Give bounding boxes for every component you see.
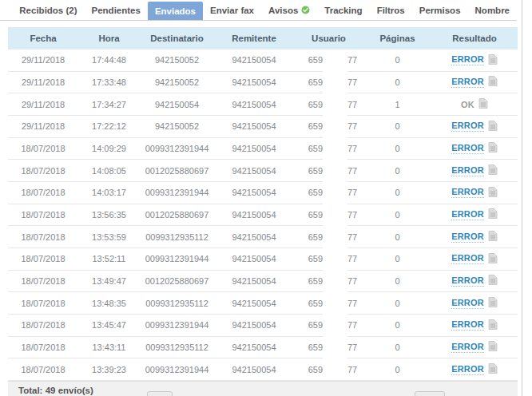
table-header-row: Fecha Hora Destinatario Remitente Usuari… [8,27,518,50]
tab-enviar-fax[interactable]: Enviar fax [203,0,261,20]
tab-enviados[interactable]: Enviados [148,2,203,20]
usuario-suffix: 77 [347,77,357,87]
tab-label: Nombre [475,6,510,15]
usuario-prefix: 659 [294,188,323,197]
tab-label: Enviados [155,6,196,16]
tab-nombre[interactable]: Nombre [468,0,517,20]
cell-hora: 17:33:48 [78,77,140,87]
tab-recibidos-2-[interactable]: Recibidos (2) [12,0,84,20]
tab-pendientes[interactable]: Pendientes [85,0,148,20]
cell-fecha: 18/07/2018 [8,188,78,197]
cell-destinatario: 0012025880697 [140,210,214,220]
cell-hora: 14:08:05 [78,166,140,176]
error-link[interactable]: ERROR [451,209,484,220]
document-icon[interactable] [488,142,498,154]
cell-remitente: 942150054 [214,276,294,286]
document-icon[interactable] [488,231,498,243]
cell-remitente: 942150054 [214,365,294,374]
document-icon[interactable] [488,275,498,287]
cell-resultado: ERROR [431,208,518,220]
error-link[interactable]: ERROR [451,319,484,331]
cell-remitente: 942150054 [214,144,294,153]
document-icon[interactable] [478,98,488,110]
error-link[interactable]: ERROR [451,298,484,309]
document-icon[interactable] [488,76,498,88]
error-link[interactable]: ERROR [451,54,484,65]
cell-hora: 13:45:47 [78,320,140,330]
pager-button-left[interactable] [147,391,173,396]
usuario-prefix: 659 [294,77,323,87]
cell-resultado: ERROR [431,363,518,375]
cell-hora: 13:43:11 [78,343,140,352]
usuario-suffix: 77 [347,254,357,263]
cell-fecha: 29/11/2018 [8,100,78,109]
table-row: 18/07/2018 13:43:11 0099312935112 942150… [8,337,518,359]
document-icon[interactable] [488,341,498,353]
document-icon[interactable] [488,121,498,133]
error-link[interactable]: ERROR [451,165,484,176]
document-icon[interactable] [488,319,498,331]
usuario-prefix: 659 [294,100,323,109]
cell-remitente: 942150054 [214,320,294,330]
usuario-prefix: 659 [294,320,323,330]
cell-resultado: ERROR [431,341,518,353]
cell-hora: 13:49:47 [78,276,140,286]
error-link[interactable]: ERROR [451,187,484,198]
tab-permisos[interactable]: Permisos [412,0,468,20]
usuario-suffix: 77 [347,343,357,352]
table-row: 29/11/2018 17:22:12 942150052 942150054 … [8,116,518,138]
tab-filtros[interactable]: Filtros [370,0,412,20]
cell-paginas: 0 [363,320,431,330]
document-icon[interactable] [488,253,498,265]
document-icon[interactable] [488,54,498,66]
error-link[interactable]: ERROR [451,143,484,154]
column-header: Resultado [431,34,518,43]
document-icon[interactable] [488,363,498,375]
tab-label: Filtros [377,6,405,15]
pager-button-right[interactable] [415,391,445,396]
error-link[interactable]: ERROR [451,275,484,287]
document-icon[interactable] [488,208,498,220]
cell-hora: 13:56:35 [78,210,140,220]
cell-remitente: 942150054 [214,55,294,65]
cell-paginas: 0 [363,166,431,176]
cell-resultado: ERROR [431,275,518,287]
cell-hora: 14:09:29 [78,144,140,153]
tab-label: Permisos [419,6,461,15]
table-row: 18/07/2018 13:49:47 0012025880697 942150… [8,271,518,293]
error-link[interactable]: ERROR [451,77,484,88]
usuario-suffix: 77 [347,166,357,176]
error-link[interactable]: ERROR [451,364,484,375]
tab-bar: Recibidos (2) Pendientes Enviados Enviar [0,0,517,21]
cell-remitente: 942150054 [214,166,294,176]
tab-tracking[interactable]: Tracking [317,0,369,20]
usuario-prefix: 659 [294,144,323,153]
cell-fecha: 18/07/2018 [8,210,78,220]
cell-destinatario: 0012025880697 [140,166,214,176]
usuario-suffix: 77 [347,55,357,65]
cell-remitente: 942150054 [214,232,294,242]
cell-destinatario: 942150052 [140,121,214,131]
cell-paginas: 0 [363,299,431,308]
tab-avisos[interactable]: Avisos [261,0,317,20]
cell-fecha: 18/07/2018 [8,365,78,374]
table-row: 29/11/2018 17:44:48 942150052 942150054 … [8,50,518,72]
cell-hora: 14:03:17 [78,188,140,197]
cell-remitente: 942150054 [214,100,294,109]
cell-paginas: 0 [363,232,431,242]
sent-faxes-table: Fecha Hora Destinatario Remitente Usuari… [8,27,518,396]
usuario-prefix: 659 [294,121,323,131]
document-icon[interactable] [488,164,498,176]
error-link[interactable]: ERROR [451,253,484,264]
document-icon[interactable] [488,187,498,199]
error-link[interactable]: ERROR [451,342,484,353]
error-link[interactable]: ERROR [451,121,484,132]
error-link[interactable]: ERROR [451,232,484,243]
cell-destinatario: 0099312391944 [140,188,214,197]
document-icon[interactable] [488,297,498,309]
cell-destinatario: 0099312391944 [140,365,214,374]
usuario-suffix: 77 [347,188,357,197]
table-body: 29/11/2018 17:44:48 942150052 942150054 … [8,50,518,381]
usuario-prefix: 659 [294,55,323,65]
cell-resultado: ERROR [431,76,518,88]
